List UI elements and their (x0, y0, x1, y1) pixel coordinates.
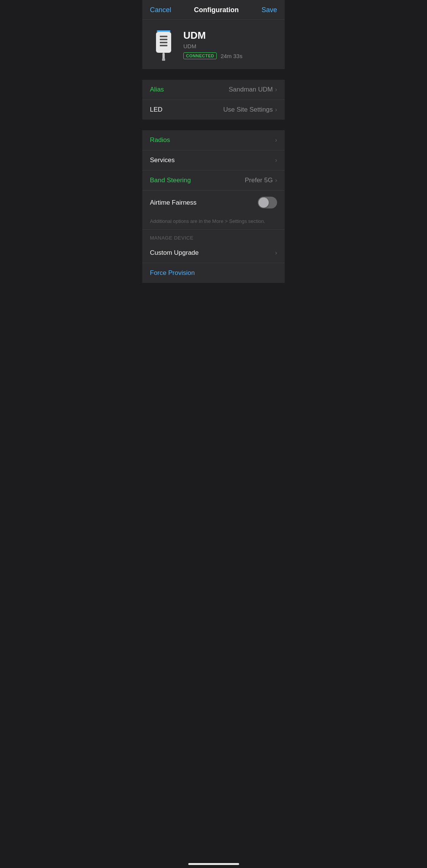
services-chevron-icon: › (275, 157, 277, 164)
device-info-section: UDM UDM CONNECTED 24m 33s (142, 20, 285, 69)
radios-row[interactable]: Radios › (142, 130, 285, 150)
radio-services-section: Radios › Services › Band Steering Prefer… (142, 130, 285, 230)
force-provision-row[interactable]: Force Provision (142, 263, 285, 283)
radios-chevron-icon: › (275, 137, 277, 144)
svg-rect-7 (162, 58, 165, 61)
helper-text: Additional options are in the More > Set… (142, 215, 285, 230)
airtime-fairness-toggle-wrapper (258, 197, 277, 208)
device-model: UDM (183, 43, 277, 49)
led-chevron-icon: › (275, 106, 277, 113)
services-label: Services (150, 156, 175, 164)
udm-device-image (152, 27, 175, 62)
band-steering-value: Prefer 5G (245, 177, 273, 184)
services-row[interactable]: Services › (142, 150, 285, 170)
cancel-button[interactable]: Cancel (150, 6, 171, 14)
led-label: LED (150, 106, 162, 114)
alias-label: Alias (150, 86, 164, 93)
force-provision-label: Force Provision (150, 269, 195, 277)
led-value-row: Use Site Settings › (223, 106, 277, 114)
svg-rect-3 (160, 39, 167, 40)
svg-rect-4 (160, 42, 167, 43)
manage-device-header: MANAGE DEVICE (142, 230, 285, 243)
custom-upgrade-value-row: › (275, 249, 277, 256)
alias-row[interactable]: Alias Sandman UDM › (142, 80, 285, 100)
band-steering-value-row: Prefer 5G › (245, 177, 277, 184)
device-status-row: CONNECTED 24m 33s (183, 52, 277, 59)
radios-label: Radios (150, 136, 170, 144)
save-button[interactable]: Save (262, 6, 277, 14)
alias-value-row: Sandman UDM › (228, 86, 277, 93)
airtime-fairness-toggle[interactable] (258, 197, 277, 208)
band-steering-label: Band Steering (150, 177, 191, 184)
airtime-fairness-row[interactable]: Airtime Fairness (142, 191, 285, 215)
services-value-row: › (275, 157, 277, 164)
page-title: Configuration (194, 6, 239, 14)
svg-rect-5 (160, 45, 167, 46)
led-row[interactable]: LED Use Site Settings › (142, 100, 285, 120)
led-value: Use Site Settings (223, 106, 273, 114)
alias-value: Sandman UDM (228, 86, 273, 93)
section-gap-2 (142, 120, 285, 130)
alias-led-section: Alias Sandman UDM › LED Use Site Setting… (142, 80, 285, 120)
custom-upgrade-label: Custom Upgrade (150, 249, 199, 257)
device-name: UDM (183, 30, 277, 41)
alias-chevron-icon: › (275, 86, 277, 93)
custom-upgrade-row[interactable]: Custom Upgrade › (142, 243, 285, 263)
custom-upgrade-chevron-icon: › (275, 249, 277, 256)
radios-value-row: › (275, 137, 277, 144)
device-details: UDM UDM CONNECTED 24m 33s (183, 30, 277, 59)
svg-rect-2 (160, 36, 167, 37)
manage-device-section: MANAGE DEVICE Custom Upgrade › Force Pro… (142, 230, 285, 283)
device-uptime: 24m 33s (221, 53, 243, 59)
toggle-knob (258, 197, 269, 208)
airtime-fairness-label: Airtime Fairness (150, 199, 197, 207)
header: Cancel Configuration Save (142, 0, 285, 20)
section-gap-1 (142, 69, 285, 80)
band-steering-chevron-icon: › (275, 177, 277, 184)
status-badge: CONNECTED (183, 52, 217, 59)
band-steering-row[interactable]: Band Steering Prefer 5G › (142, 170, 285, 191)
svg-rect-0 (157, 30, 170, 32)
bottom-space (142, 283, 285, 306)
device-icon (150, 27, 177, 62)
